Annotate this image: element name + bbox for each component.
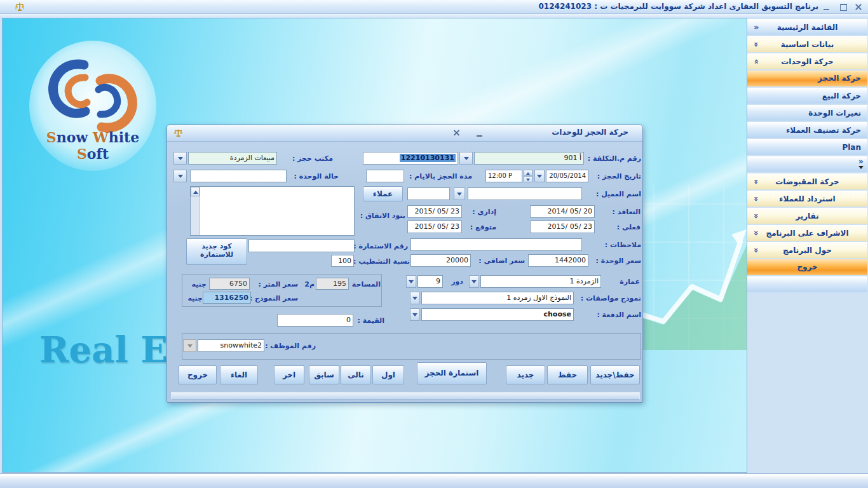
area-unit-label: م2 <box>299 280 315 288</box>
restore-button[interactable] <box>839 3 848 11</box>
app-scales-icon <box>14 1 25 13</box>
employee-dropdown-icon <box>183 339 196 352</box>
close-button[interactable] <box>854 3 863 11</box>
floor-combo[interactable]: 9 <box>417 275 443 288</box>
sidebar-item-label: استرداد للعملاء <box>779 194 835 203</box>
sidebar-item-receipts-movement[interactable]: »حركة المقبوضات <box>747 173 867 189</box>
booking-duration-input[interactable] <box>366 170 404 182</box>
unit-status-combo[interactable] <box>190 170 287 182</box>
model-price-input: 1316250 <box>203 292 251 304</box>
booking-date-label: تاريخ الحجز : <box>588 172 641 180</box>
new-button[interactable]: جديد <box>506 365 545 384</box>
listbox-scrollbar[interactable] <box>191 187 200 235</box>
sidebar-item-reports[interactable]: »تقارير <box>747 208 867 224</box>
notes-input[interactable] <box>410 238 582 251</box>
actual-date-label: فعلى : <box>608 223 641 231</box>
window-title: برنامج التسويق العقارى اعداد شركة سووايت… <box>539 2 818 11</box>
sidebar-item-client-refund[interactable]: »استرداد للعملاء <box>747 191 867 207</box>
first-button[interactable]: اول <box>372 365 404 384</box>
save-button[interactable]: حفظ <box>547 365 588 384</box>
scroll-up-icon[interactable] <box>191 187 200 196</box>
specs-model-dropdown-icon[interactable] <box>410 292 420 304</box>
sidebar-item-sale-movement[interactable]: حركة البيع <box>747 88 867 104</box>
finishing-percent-input[interactable]: 100 <box>331 255 354 267</box>
sidebar-item-label: تقارير <box>796 212 819 220</box>
sidebar-item-main-menu[interactable]: »القائمة الرئيسية <box>747 19 867 35</box>
main-titlebar: برنامج التسويق العقارى اعداد شركة سووايت… <box>0 0 868 14</box>
floor-label: دور <box>445 278 463 286</box>
client-dropdown-icon[interactable] <box>454 187 465 200</box>
cost-number-combo[interactable]: 901 أ <box>474 152 584 165</box>
time-spinner[interactable] <box>524 170 532 182</box>
expected-date-input[interactable]: 2015/ 05/ 23 <box>407 220 462 233</box>
booking-date-dropdown-icon[interactable] <box>534 170 545 182</box>
batch-name-dropdown-icon[interactable] <box>410 308 420 321</box>
dialog-close-button[interactable] <box>452 129 461 137</box>
clients-button[interactable]: عملاء <box>363 186 403 201</box>
batch-name-combo[interactable]: choose <box>421 308 574 321</box>
unit-status-dropdown-icon[interactable] <box>173 170 187 182</box>
real-estate-watermark: Real Es <box>39 329 187 370</box>
admin-date-label: إدارى : <box>465 208 496 216</box>
booking-dialog: حركة الحجز للوحدات رقم م.التكلفة : 901 أ… <box>166 125 643 403</box>
sidebar-item-program-supervision[interactable]: »الاشراف على البرنامج <box>747 225 867 241</box>
specs-model-combo[interactable]: النموذج الاول زمرده 1 <box>421 292 574 304</box>
building-dropdown-icon[interactable] <box>469 275 479 288</box>
dialog-title: حركة الحجز للوحدات <box>552 128 628 137</box>
sidebar-item-about-program[interactable]: »حول البرنامج <box>747 242 867 258</box>
notes-label: ملاحظات : <box>588 241 641 249</box>
contract-date-label: التعاقد : <box>596 208 641 216</box>
prev-button[interactable]: سابق <box>309 365 339 384</box>
form-number-input[interactable] <box>248 240 355 252</box>
booking-form-button[interactable]: استمارة الحجز <box>417 362 487 384</box>
sidebar-item-units-movement[interactable]: »حركة الوحدات <box>747 53 867 69</box>
cancel-button[interactable]: الغاء <box>220 365 258 384</box>
dialog-titlebar: حركة الحجز للوحدات <box>167 125 642 142</box>
sidebar-item-plan[interactable]: Plan <box>747 139 867 155</box>
sidebar-item-label: حركة تصنيف العملاء <box>786 126 861 135</box>
last-button[interactable]: اخر <box>274 365 304 384</box>
admin-date-input[interactable]: 2015/ 05/ 23 <box>407 205 462 218</box>
chevrons-down-icon: » <box>749 231 764 236</box>
sidebar-item-label: حركة الحجز <box>818 74 861 83</box>
value-input[interactable]: 0 <box>277 314 353 327</box>
value-label: القيمة : <box>355 316 384 325</box>
sidebar-item-booking-movement[interactable]: حركة الحجز <box>747 71 867 86</box>
sidebar-item-unit-changes[interactable]: تغيرات الوحدة <box>747 105 867 121</box>
client-code-input[interactable] <box>407 187 450 200</box>
unit-price-input[interactable]: 1442000 <box>528 254 588 267</box>
cost-search-input[interactable]: 12210130131 <box>363 152 458 165</box>
contract-date-input[interactable]: 2014/ 05/ 20 <box>530 205 595 218</box>
booking-office-dropdown-icon[interactable] <box>173 152 187 165</box>
floor-dropdown-icon[interactable] <box>406 275 416 288</box>
meter-price-label: سعر المتر : <box>255 280 298 288</box>
chevrons-up-icon: » <box>749 59 764 64</box>
booking-date-combo[interactable]: 20/05/2014 <box>546 170 588 182</box>
sidebar-item-label: الاشراف على البرنامج <box>766 229 848 238</box>
exit-button[interactable]: خروج <box>179 365 217 384</box>
employee-number-combo[interactable]: snowwhite2 <box>198 339 264 352</box>
sidebar-item-client-classification[interactable]: حركة تصنيف العملاء <box>747 122 867 138</box>
booking-time-input[interactable]: 12:00 P <box>485 170 522 182</box>
next-button[interactable]: تالى <box>341 365 371 384</box>
save-new-button[interactable]: حفظ\جديد <box>590 365 640 384</box>
cost-number-dropdown-icon[interactable] <box>459 152 473 165</box>
dialog-minimize-button[interactable] <box>476 129 484 137</box>
terms-listbox[interactable] <box>190 186 355 236</box>
model-price-label: سعر النموذج : <box>252 294 298 302</box>
booking-office-combo[interactable]: مبيعات الزمردة <box>188 152 277 165</box>
building-combo[interactable]: الزمردة 1 <box>480 275 601 288</box>
unit-status-label: حالة الوحدة : <box>292 172 339 180</box>
sidebar-item-more[interactable]: » <box>747 156 867 172</box>
new-form-code-button[interactable]: كود جديد للاستمارة <box>186 238 247 265</box>
cost-number-label: رقم م.التكلفة : <box>585 154 641 163</box>
form-number-label: رقم الاستمارة : <box>358 242 408 250</box>
sidebar-item-basic-data[interactable]: »بيانات اساسية <box>747 36 867 52</box>
client-name-label: اسم العميل : <box>587 190 641 198</box>
client-name-input[interactable] <box>468 187 582 200</box>
minimize-button[interactable] <box>822 3 831 11</box>
extra-price-input[interactable]: 20000 <box>410 254 471 267</box>
actual-date-input[interactable]: 2015/ 05/ 23 <box>530 220 595 233</box>
sidebar-item-exit[interactable]: خروج <box>747 259 867 275</box>
extra-price-label: سعر اضافى : <box>474 257 525 265</box>
